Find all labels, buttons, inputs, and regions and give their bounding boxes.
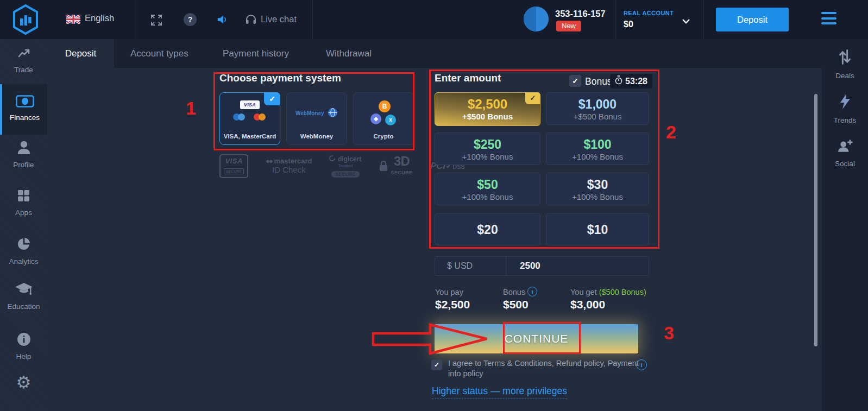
menu-hamburger-icon[interactable] xyxy=(821,12,836,28)
trust-badges: VISA SECURE ●● mastercard ID Check digic… xyxy=(219,154,465,178)
sidebar-item-education[interactable]: Education xyxy=(0,282,47,311)
amount-input[interactable] xyxy=(506,257,649,275)
payment-method-visa-mastercard[interactable]: ✓ VISA VISA, MasterCard xyxy=(219,92,280,145)
bonus-checkbox-label: Bonus xyxy=(585,76,612,87)
you-get-bonus-note: ($500 Bonus) xyxy=(599,288,646,296)
you-get-value: $3,000 xyxy=(570,298,605,311)
bonus-checkbox[interactable]: ✓ xyxy=(569,75,581,87)
payment-method-webmoney[interactable]: WebMoney WebMoney xyxy=(286,92,347,145)
ethereum-icon: ◆ xyxy=(370,113,381,124)
topbar-divider xyxy=(615,0,616,39)
you-get-label: You get ($500 Bonus) xyxy=(570,288,646,296)
higher-status-link[interactable]: Higher status — more privileges xyxy=(432,385,567,399)
avatar[interactable] xyxy=(524,7,549,31)
banknote-icon xyxy=(16,100,34,109)
avatar-half xyxy=(524,7,536,31)
topbar: English ? Live chat 35 xyxy=(0,0,868,39)
visa-logo: VISA xyxy=(240,100,260,109)
info-circle-icon xyxy=(17,339,31,348)
sidebar-item-trade[interactable]: Trade xyxy=(0,47,47,74)
person-icon xyxy=(16,147,32,156)
amount-option-1000[interactable]: $1,000 +$500 Bonus xyxy=(546,92,649,125)
card-circle-icon xyxy=(238,113,245,121)
webmoney-globe-icon xyxy=(328,108,337,119)
webmoney-logo: WebMoney xyxy=(295,110,324,116)
sidebar-item-analytics[interactable]: Analytics xyxy=(0,237,47,265)
payment-method-crypto[interactable]: B ◆ x Crypto xyxy=(353,92,414,145)
language-selector[interactable]: English xyxy=(85,13,114,23)
chevron-down-icon[interactable] xyxy=(682,16,690,26)
bonus-info-icon[interactable]: i xyxy=(527,287,537,296)
settings-gear-icon[interactable]: ⚙ xyxy=(0,374,47,392)
3d-secure-badge: 3D SECURE xyxy=(379,156,413,176)
tab-account-types[interactable]: Account types xyxy=(130,39,188,68)
app-screen: English ? Live chat 35 xyxy=(0,0,868,411)
selected-check-icon: ✓ xyxy=(525,92,540,104)
agree-checkbox[interactable]: ✓ xyxy=(431,359,442,370)
grid-icon xyxy=(17,195,30,204)
bonus-summary-label: Bonus xyxy=(503,288,525,296)
tab-deposit[interactable]: Deposit xyxy=(47,39,114,68)
topbar-divider xyxy=(703,0,704,39)
fullscreen-icon[interactable] xyxy=(150,14,163,29)
sidebar-item-profile[interactable]: Profile xyxy=(0,140,47,169)
tab-payment-history[interactable]: Payment history xyxy=(223,39,289,68)
sidebar-item-finances[interactable]: Finances xyxy=(0,84,47,135)
sound-icon[interactable] xyxy=(216,14,228,28)
language-flag-icon xyxy=(66,15,80,26)
bonus-summary-value: $500 xyxy=(503,298,529,311)
amount-option-20[interactable]: $20 xyxy=(435,213,540,245)
amount-option-50[interactable]: $50 +100% Bonus xyxy=(435,173,540,205)
app-logo-icon[interactable] xyxy=(11,4,40,37)
amount-input-row: $ USD xyxy=(435,256,649,276)
topbar-divider xyxy=(312,0,313,39)
headset-icon xyxy=(244,13,257,28)
ripple-icon: x xyxy=(385,115,396,125)
sidebar-item-deals[interactable]: Deals xyxy=(822,49,868,80)
agreement-info-icon[interactable]: i xyxy=(636,359,647,370)
digicert-badge: digicert Trusted SECURE xyxy=(329,154,361,178)
section-tabbar: Deposit Account types Payment history Wi… xyxy=(47,39,822,68)
you-pay-label: You pay xyxy=(435,288,463,296)
main-content: Choose payment system ✓ VISA VISA, Maste… xyxy=(47,68,822,411)
vertical-scrollbar[interactable] xyxy=(814,94,817,346)
mastercard-idcheck-badge: ●● mastercard ID Check xyxy=(266,157,312,175)
amount-section-title: Enter amount xyxy=(435,72,501,84)
mastercard-circle-icon xyxy=(259,113,266,121)
currency-select[interactable]: $ USD xyxy=(435,257,506,275)
trend-up-icon xyxy=(17,52,31,61)
pie-chart-icon xyxy=(16,244,31,253)
arrows-up-down-icon xyxy=(838,58,852,67)
agree-text[interactable]: I agree to Terms & Conditions, Refund po… xyxy=(448,358,639,379)
deposit-button[interactable]: Deposit xyxy=(716,8,789,31)
amount-option-100[interactable]: $100 +100% Bonus xyxy=(546,132,649,165)
graduation-cap-icon xyxy=(15,289,33,298)
sidebar-item-apps[interactable]: Apps xyxy=(0,189,47,217)
payment-section-title: Choose payment system xyxy=(219,72,341,84)
amount-option-10[interactable]: $10 xyxy=(546,213,649,245)
person-plus-icon xyxy=(838,146,853,155)
amount-option-250[interactable]: $250 +100% Bonus xyxy=(435,132,540,165)
amount-option-2500[interactable]: ✓ $2,500 +$500 Bonus xyxy=(435,92,540,126)
lightning-icon xyxy=(839,102,852,111)
left-sidebar: Trade Finances Profile xyxy=(0,39,47,411)
topbar-divider xyxy=(135,0,135,39)
right-sidebar: Deals Trends Social xyxy=(822,39,868,411)
continue-button[interactable]: CONTINUE xyxy=(435,324,638,353)
account-id: 353-116-157 xyxy=(555,9,606,19)
stopwatch-icon xyxy=(615,75,622,87)
sidebar-item-trends[interactable]: Trends xyxy=(822,93,868,124)
visa-secure-badge: VISA SECURE xyxy=(219,154,248,178)
selected-check-icon: ✓ xyxy=(264,92,280,105)
bitcoin-icon: B xyxy=(379,100,391,112)
account-type-label[interactable]: REAL ACCOUNT xyxy=(624,10,674,16)
live-chat-button[interactable]: Live chat xyxy=(261,14,297,24)
help-question-icon[interactable]: ? xyxy=(184,13,197,26)
account-balance: $0 xyxy=(624,20,633,29)
sidebar-item-social[interactable]: Social xyxy=(822,139,868,168)
amount-option-30[interactable]: $30 +100% Bonus xyxy=(546,173,649,205)
new-badge: New xyxy=(556,21,581,31)
sidebar-item-help[interactable]: Help xyxy=(0,332,47,361)
tab-withdrawal[interactable]: Withdrawal xyxy=(326,39,372,68)
you-pay-value: $2,500 xyxy=(435,298,470,311)
